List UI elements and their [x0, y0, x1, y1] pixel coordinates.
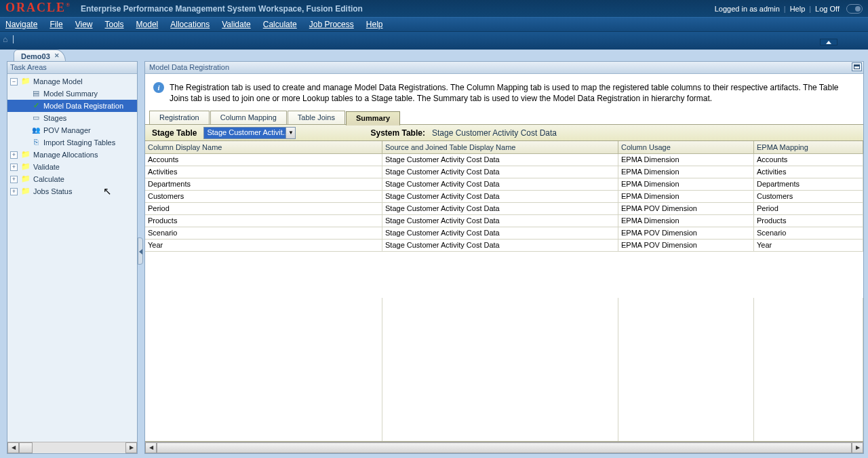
expand-icon[interactable]: + — [10, 164, 18, 171]
col-header-epma-mapping[interactable]: EPMA Mapping — [754, 141, 863, 153]
tree-label: Manage Model — [33, 77, 83, 85]
folder-icon — [20, 150, 31, 159]
tree-pov-manager[interactable]: POV Manager — [7, 124, 137, 136]
system-table-label: System Table: — [370, 128, 425, 138]
tree-label: Calculate — [33, 175, 64, 183]
col-header-display-name[interactable]: Column Display Name — [145, 141, 382, 153]
tree-model-summary[interactable]: Model Summary — [7, 88, 137, 100]
tree-import-staging-tables[interactable]: Import Staging Tables — [7, 136, 137, 149]
check-icon — [31, 101, 41, 111]
menu-calculate[interactable]: Calculate — [263, 20, 297, 29]
table-row[interactable]: DepartmentsStage Customer Activity Cost … — [145, 178, 863, 191]
logoff-link[interactable]: Log Off — [815, 5, 840, 13]
col-header-column-usage[interactable]: Column Usage — [618, 141, 754, 153]
menu-job-process[interactable]: Job Process — [309, 20, 354, 29]
stage-table-value: Stage Customer Activit... — [204, 128, 285, 138]
table-cell: Stage Customer Activity Cost Data — [382, 154, 618, 166]
stage-table-dropdown[interactable]: Stage Customer Activit... ▼ — [203, 127, 296, 139]
tab-registration[interactable]: Registration — [149, 111, 210, 124]
table-row[interactable]: AccountsStage Customer Activity Cost Dat… — [145, 154, 863, 166]
info-icon: i — [153, 82, 164, 93]
tree-label: POV Manager — [43, 126, 91, 134]
task-areas-panel: Task Areas − Manage Model Model Summary … — [7, 61, 138, 454]
collapse-left-icon[interactable] — [138, 237, 143, 265]
tree-label: Import Staging Tables — [43, 138, 115, 147]
table-cell: Customers — [754, 191, 863, 202]
stage-table-label: Stage Table — [152, 128, 197, 138]
table-cell: EPMA POV Dimension — [618, 203, 754, 214]
folder-icon — [20, 162, 31, 172]
table-row[interactable]: ProductsStage Customer Activity Cost Dat… — [145, 215, 863, 227]
menu-navigate[interactable]: Navigate — [5, 20, 37, 29]
tree-stages[interactable]: Stages — [7, 112, 137, 124]
login-status: Logged in as admin — [715, 5, 780, 13]
menu-view[interactable]: View — [75, 20, 93, 29]
toolbar-collapse-toggle[interactable] — [820, 39, 837, 45]
expand-icon[interactable]: + — [10, 188, 18, 195]
folder-icon — [20, 77, 31, 86]
table-row[interactable]: PeriodStage Customer Activity Cost DataE… — [145, 203, 863, 215]
stage-icon — [31, 113, 41, 123]
scroll-right-icon[interactable] — [125, 442, 137, 453]
tree-label: Manage Allocations — [33, 151, 98, 159]
table-cell: Customers — [145, 191, 382, 202]
tree-label: Model Data Registration — [43, 102, 123, 110]
table-row[interactable]: ActivitiesStage Customer Activity Cost D… — [145, 166, 863, 178]
table-cell: Stage Customer Activity Cost Data — [382, 178, 618, 190]
tree-jobs-status[interactable]: + Jobs Status — [7, 185, 137, 197]
table-row[interactable]: ScenarioStage Customer Activity Cost Dat… — [145, 227, 863, 240]
maximize-icon[interactable] — [852, 62, 862, 71]
table-cell: Period — [754, 203, 863, 214]
table-cell: Departments — [754, 178, 863, 190]
scroll-left-icon[interactable] — [7, 442, 19, 453]
table-cell: Year — [754, 240, 863, 251]
chevron-down-icon[interactable]: ▼ — [285, 128, 295, 138]
expand-icon[interactable]: + — [10, 176, 18, 183]
tab-summary[interactable]: Summary — [346, 111, 400, 126]
pov-icon — [31, 126, 41, 135]
tree-validate[interactable]: + Validate — [7, 161, 137, 173]
panel-splitter[interactable] — [138, 61, 144, 454]
table-cell: Accounts — [754, 154, 863, 166]
task-areas-tree: − Manage Model Model Summary Model Data … — [7, 74, 137, 442]
collapse-icon[interactable]: − — [10, 78, 18, 85]
tree-calculate[interactable]: + Calculate — [7, 173, 137, 185]
tab-table-joins[interactable]: Table Joins — [288, 111, 345, 124]
document-tab[interactable]: Demo03 ✕ — [14, 50, 66, 62]
menu-help[interactable]: Help — [366, 20, 383, 29]
expand-icon[interactable]: + — [10, 151, 18, 159]
stage-bar: Stage Table Stage Customer Activit... ▼ … — [145, 125, 863, 141]
tree-manage-model[interactable]: − Manage Model — [7, 75, 137, 88]
tab-column-mapping[interactable]: Column Mapping — [210, 111, 287, 124]
col-header-source-table[interactable]: Source and Joined Table Display Name — [382, 141, 618, 153]
table-cell: EPMA Dimension — [618, 178, 754, 190]
scrollbar-thumb[interactable] — [157, 442, 852, 453]
tree-model-data-registration[interactable]: Model Data Registration — [7, 100, 137, 112]
tree-manage-allocations[interactable]: + Manage Allocations — [7, 149, 137, 161]
scroll-left-icon[interactable] — [145, 442, 157, 453]
table-row[interactable]: YearStage Customer Activity Cost DataEPM… — [145, 240, 863, 252]
tree-horizontal-scrollbar[interactable] — [7, 442, 137, 453]
home-icon[interactable] — [3, 35, 11, 43]
close-icon[interactable]: ✕ — [54, 52, 60, 59]
grid-header: Column Display Name Source and Joined Ta… — [145, 141, 863, 154]
table-cell: Period — [145, 203, 382, 214]
scroll-right-icon[interactable] — [852, 442, 863, 453]
tree-label: Jobs Status — [33, 187, 72, 195]
tree-label: Model Summary — [43, 90, 98, 98]
top-banner: ORACLE® Enterprise Performance Managemen… — [0, 0, 868, 17]
table-cell: Stage Customer Activity Cost Data — [382, 203, 618, 214]
grid-horizontal-scrollbar[interactable] — [145, 442, 863, 453]
info-text: The Registration tab is used to create a… — [170, 82, 855, 104]
menu-tools[interactable]: Tools — [105, 20, 124, 29]
menu-allocations[interactable]: Allocations — [170, 20, 210, 29]
table-cell: Stage Customer Activity Cost Data — [382, 215, 618, 227]
table-cell: Accounts — [145, 154, 382, 166]
help-link[interactable]: Help — [790, 5, 806, 13]
grid-body: AccountsStage Customer Activity Cost Dat… — [145, 154, 863, 297]
menu-validate[interactable]: Validate — [222, 20, 250, 29]
scrollbar-thumb[interactable] — [19, 442, 33, 453]
menu-file[interactable]: File — [50, 20, 62, 29]
table-row[interactable]: CustomersStage Customer Activity Cost Da… — [145, 191, 863, 203]
menu-model[interactable]: Model — [136, 20, 159, 29]
